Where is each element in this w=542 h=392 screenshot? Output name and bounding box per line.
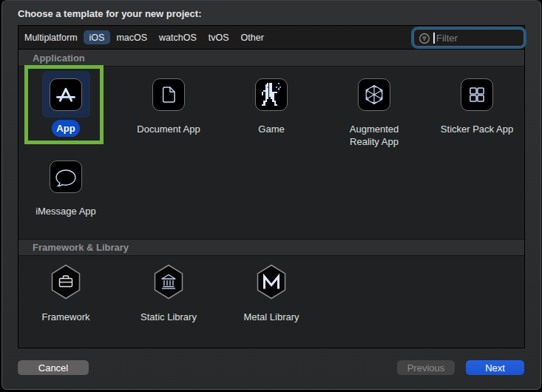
tab-watchos[interactable]: watchOS bbox=[153, 30, 203, 44]
template-label: Document App bbox=[129, 121, 208, 135]
template-label: Static Library bbox=[129, 309, 208, 323]
platform-tabbar: MultiplatformiOSmacOSwatchOStvOSOther Fi… bbox=[18, 26, 524, 50]
framework-icon bbox=[50, 264, 82, 303]
template-document-app[interactable]: Document App bbox=[123, 71, 214, 135]
template-label: Metal Library bbox=[232, 309, 311, 323]
dialog-title: Choose a template for your new project: bbox=[18, 8, 202, 19]
template-label: Sticker Pack App bbox=[438, 121, 516, 135]
previous-button[interactable]: Previous bbox=[397, 360, 455, 375]
filter-field[interactable]: Filter bbox=[413, 29, 524, 47]
stickers-icon bbox=[461, 78, 493, 111]
tab-other[interactable]: Other bbox=[235, 30, 270, 44]
filter-icon bbox=[419, 33, 430, 47]
template-label: Game bbox=[232, 121, 311, 135]
template-sticker-pack-app[interactable]: Sticker Pack App bbox=[431, 71, 523, 135]
annotation-highlight bbox=[24, 65, 104, 144]
metal-icon bbox=[255, 264, 288, 303]
cancel-button[interactable]: Cancel bbox=[18, 360, 89, 375]
template-imessage-app[interactable]: iMessage App bbox=[20, 153, 112, 217]
imessage-icon bbox=[50, 160, 82, 193]
document-icon bbox=[152, 78, 185, 111]
game-icon bbox=[255, 78, 288, 111]
staticlib-icon bbox=[152, 264, 185, 303]
section-header-application: Application bbox=[18, 50, 524, 67]
filter-placeholder: Filter bbox=[436, 33, 458, 44]
tab-ios[interactable]: iOS bbox=[84, 30, 111, 44]
template-label: Framework bbox=[27, 309, 105, 323]
template-metal-library[interactable]: Metal Library bbox=[226, 261, 317, 323]
template-label: Augmented Reality App bbox=[335, 121, 413, 148]
ar-icon bbox=[358, 78, 390, 111]
template-label: iMessage App bbox=[27, 203, 105, 217]
tab-multiplatform[interactable]: Multiplatform bbox=[18, 30, 84, 44]
tab-tvos[interactable]: tvOS bbox=[203, 30, 235, 44]
template-chooser-dialog: Choose a template for your new project: … bbox=[1, 0, 541, 390]
section-header-framework-library: Framework & Library bbox=[18, 239, 524, 256]
template-game[interactable]: Game bbox=[226, 71, 317, 135]
template-framework[interactable]: Framework bbox=[20, 261, 112, 323]
text-cursor bbox=[433, 33, 435, 44]
template-augmented-reality-app[interactable]: Augmented Reality App bbox=[328, 71, 420, 148]
next-button[interactable]: Next bbox=[466, 360, 524, 375]
tab-macos[interactable]: macOS bbox=[110, 30, 153, 44]
template-static-library[interactable]: Static Library bbox=[123, 261, 214, 323]
